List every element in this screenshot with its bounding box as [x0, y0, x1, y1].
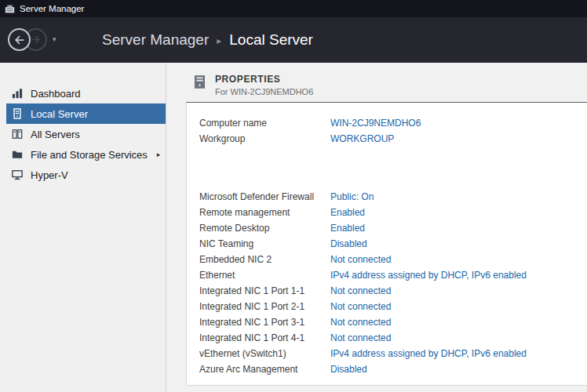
property-value-link[interactable]: WIN-2CJ9NEMDHO6 [330, 118, 421, 129]
sidebar-item-label: Hyper-V [31, 169, 68, 181]
property-value-link[interactable]: Not connected [330, 254, 391, 265]
nav-controls: ▾ [0, 17, 72, 63]
property-label: Azure Arc Management [199, 364, 330, 375]
sidebar-item-dashboard[interactable]: Dashboard [6, 83, 166, 103]
property-value-link[interactable]: Enabled [330, 207, 365, 218]
property-row-integrated-nic-1-port-1-1: Integrated NIC 1 Port 1-1 Not connected [199, 283, 587, 299]
sidebar-item-label: All Servers [31, 129, 80, 140]
property-label: Integrated NIC 1 Port 3-1 [199, 317, 330, 328]
property-value-link[interactable]: Disabled [330, 364, 367, 375]
property-row-nic-teaming: NIC Teaming Disabled [199, 236, 587, 252]
breadcrumb-separator-icon: ▸ [217, 35, 221, 46]
property-row-remote-desktop: Remote Desktop Enabled [199, 220, 587, 236]
back-button[interactable] [8, 28, 31, 51]
hyper-v-icon [11, 169, 24, 180]
property-value-link[interactable]: IPv4 address assigned by DHCP, IPv6 enab… [330, 270, 527, 281]
all-servers-icon [11, 129, 24, 140]
sidebar-item-file-and-storage-services[interactable]: File and Storage Services ▸ [6, 144, 166, 165]
property-label: Microsoft Defender Firewall [199, 191, 330, 202]
properties-tile-icon [192, 74, 207, 89]
breadcrumb-root[interactable]: Server Manager [102, 31, 209, 49]
property-row-computer-name: Computer name WIN-2CJ9NEMDHO6 [199, 115, 587, 131]
main-area: Dashboard Local Server All Servers File … [0, 63, 587, 392]
sidebar: Dashboard Local Server All Servers File … [0, 63, 166, 392]
property-value-link[interactable]: Not connected [330, 301, 391, 312]
sidebar-item-label: Local Server [31, 108, 88, 120]
property-label: Remote Desktop [199, 223, 330, 234]
property-value-link[interactable]: Not connected [330, 332, 391, 343]
server-manager-window: Server Manager ▾ Server Manager ▸ Local … [0, 0, 587, 392]
property-label: Integrated NIC 1 Port 2-1 [199, 301, 330, 312]
titlebar: Server Manager [0, 0, 587, 17]
property-row-integrated-nic-1-port-2-1: Integrated NIC 1 Port 2-1 Not connected [199, 299, 587, 314]
property-row-integrated-nic-1-port-3-1: Integrated NIC 1 Port 3-1 Not connected [199, 314, 587, 330]
window-title: Server Manager [20, 4, 84, 13]
properties-header-text: PROPERTIES For WIN-2CJ9NEMDHO6 [215, 74, 313, 96]
property-value-link[interactable]: Enabled [330, 223, 365, 234]
property-row-ethernet: Ethernet IPv4 address assigned by DHCP, … [199, 267, 587, 283]
properties-header: PROPERTIES For WIN-2CJ9NEMDHO6 [192, 74, 587, 96]
property-row-azure-arc-management: Azure Arc Management Disabled [199, 361, 587, 377]
property-row-vethernet-vswitch1: vEthernet (vSwitch1) IPv4 address assign… [199, 346, 587, 361]
content-area: PROPERTIES For WIN-2CJ9NEMDHO6 Computer … [166, 63, 587, 392]
property-label: NIC Teaming [199, 238, 330, 249]
property-label: Integrated NIC 1 Port 4-1 [199, 332, 330, 343]
property-label: Workgroup [199, 133, 330, 144]
sidebar-item-all-servers[interactable]: All Servers [6, 124, 166, 144]
breadcrumb: Server Manager ▸ Local Server [102, 31, 313, 49]
property-row-defender-firewall: Microsoft Defender Firewall Public: On [199, 189, 587, 205]
property-value-link[interactable]: IPv4 address assigned by DHCP, IPv6 enab… [330, 348, 527, 359]
file-storage-icon [11, 149, 24, 160]
property-label: Ethernet [199, 270, 330, 281]
submenu-chevron-icon: ▸ [157, 151, 161, 158]
sidebar-item-hyper-v[interactable]: Hyper-V [6, 165, 166, 185]
properties-panel: Computer name WIN-2CJ9NEMDHO6 Workgroup … [186, 102, 587, 386]
property-row-embedded-nic-2: Embedded NIC 2 Not connected [199, 252, 587, 267]
navigation-bar: ▾ Server Manager ▸ Local Server [0, 17, 587, 63]
property-value-link[interactable]: WORKGROUP [330, 133, 394, 144]
property-value-link[interactable]: Disabled [330, 238, 367, 249]
property-label: vEthernet (vSwitch1) [199, 348, 330, 359]
property-label: Embedded NIC 2 [199, 254, 330, 265]
property-label: Integrated NIC 1 Port 1-1 [199, 285, 330, 296]
breadcrumb-current: Local Server [229, 31, 313, 49]
property-value-link[interactable]: Public: On [330, 191, 374, 202]
sidebar-item-label: Dashboard [31, 88, 81, 100]
properties-subtitle: For WIN-2CJ9NEMDHO6 [215, 87, 313, 96]
sidebar-item-label: File and Storage Services [31, 149, 148, 161]
property-label: Remote management [199, 207, 330, 218]
sidebar-item-local-server[interactable]: Local Server [6, 103, 166, 124]
property-value-link[interactable]: Not connected [330, 285, 391, 296]
property-label: Computer name [199, 118, 330, 129]
nav-history-dropdown-icon[interactable]: ▾ [53, 35, 57, 43]
property-value-link[interactable]: Not connected [330, 317, 391, 328]
property-row-integrated-nic-1-port-4-1: Integrated NIC 1 Port 4-1 Not connected [199, 330, 587, 346]
property-row-remote-management: Remote management Enabled [199, 205, 587, 220]
dashboard-icon [11, 88, 24, 99]
server-manager-icon [5, 4, 15, 14]
local-server-icon [11, 108, 24, 119]
properties-title: PROPERTIES [215, 74, 313, 85]
property-row-workgroup: Workgroup WORKGROUP [199, 131, 587, 147]
